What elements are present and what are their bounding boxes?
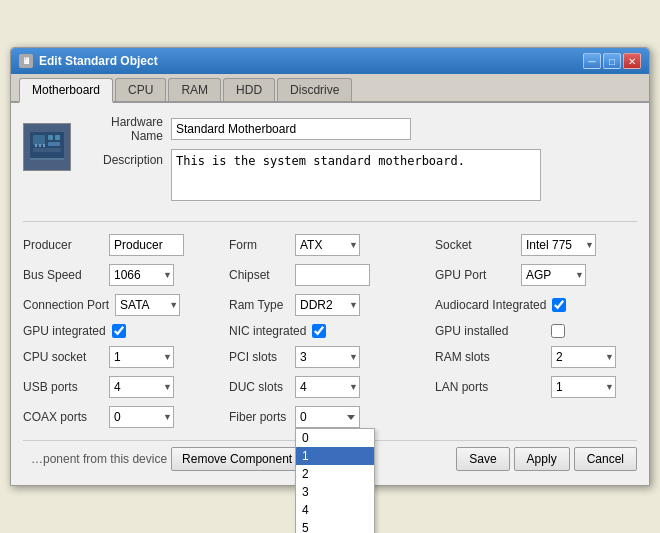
empty-cell bbox=[435, 406, 637, 428]
section-divider bbox=[23, 221, 637, 222]
gpu-integrated-cell: GPU integrated bbox=[23, 324, 225, 338]
svg-rect-3 bbox=[55, 135, 60, 140]
coax-ports-label: COAX ports bbox=[23, 410, 103, 424]
duc-slots-label: DUC slots bbox=[229, 380, 289, 394]
tab-motherboard[interactable]: Motherboard bbox=[19, 78, 113, 103]
close-button[interactable]: ✕ bbox=[623, 53, 641, 69]
fiber-option-1[interactable]: 1 bbox=[296, 447, 374, 465]
cancel-button[interactable]: Cancel bbox=[574, 447, 637, 471]
hardware-name-input[interactable] bbox=[171, 118, 411, 140]
gpu-port-cell: GPU Port AGP PCIe PCI ▼ bbox=[435, 264, 637, 286]
description-input[interactable]: This is the system standard motherboard. bbox=[171, 149, 541, 201]
form-select-wrapper: ATX mATX ITX ▼ bbox=[295, 234, 360, 256]
fiber-option-2[interactable]: 2 bbox=[296, 465, 374, 483]
fiber-option-3[interactable]: 3 bbox=[296, 483, 374, 501]
pci-slots-cell: PCI slots 1 2 3 4 ▼ bbox=[229, 346, 431, 368]
connection-port-cell: Connection Port SATA IDE NVMe ▼ bbox=[23, 294, 225, 316]
lan-ports-cell: LAN ports 1 2 4 ▼ bbox=[435, 376, 637, 398]
lan-ports-select[interactable]: 1 2 4 bbox=[551, 376, 616, 398]
tab-hdd[interactable]: HDD bbox=[223, 78, 275, 101]
hardware-name-label: Hardware Name bbox=[81, 115, 171, 143]
svg-rect-1 bbox=[33, 135, 45, 145]
socket-select[interactable]: Intel 775 AM4 LGA1151 bbox=[521, 234, 596, 256]
fiber-dropdown-arrow bbox=[347, 415, 355, 420]
fiber-option-5[interactable]: 5 bbox=[296, 519, 374, 533]
nic-checkbox[interactable] bbox=[312, 324, 326, 338]
action-buttons: Save Apply Cancel bbox=[456, 447, 637, 471]
lan-ports-label: LAN ports bbox=[435, 380, 545, 394]
title-bar: 🖥 Edit Standard Object ─ □ ✕ bbox=[11, 48, 649, 74]
cpu-socket-cell: CPU socket 1 2 4 ▼ bbox=[23, 346, 225, 368]
connection-port-select-wrapper: SATA IDE NVMe ▼ bbox=[115, 294, 180, 316]
svg-rect-5 bbox=[35, 144, 37, 147]
tab-cpu[interactable]: CPU bbox=[115, 78, 166, 101]
cpu-socket-select[interactable]: 1 2 4 bbox=[109, 346, 174, 368]
fiber-option-0[interactable]: 0 bbox=[296, 429, 374, 447]
fiber-ports-label: Fiber ports bbox=[229, 410, 289, 424]
component-info-text: …ponent from this device bbox=[23, 452, 167, 466]
bus-speed-cell: Bus Speed 1066 800 1333 ▼ bbox=[23, 264, 225, 286]
bus-speed-label: Bus Speed bbox=[23, 268, 103, 282]
ram-slots-select[interactable]: 1 2 4 bbox=[551, 346, 616, 368]
bus-speed-select-wrapper: 1066 800 1333 ▼ bbox=[109, 264, 174, 286]
socket-cell: Socket Intel 775 AM4 LGA1151 ▼ bbox=[435, 234, 637, 256]
audiocard-cell: Audiocard Integrated bbox=[435, 294, 637, 316]
tab-bar: Motherboard CPU RAM HDD Discdrive bbox=[11, 74, 649, 103]
pci-slots-select[interactable]: 1 2 3 4 bbox=[295, 346, 360, 368]
ram-type-select[interactable]: DDR2 DDR3 DDR4 bbox=[295, 294, 360, 316]
form-select[interactable]: ATX mATX ITX bbox=[295, 234, 360, 256]
tab-ram[interactable]: RAM bbox=[168, 78, 221, 101]
chipset-cell: Chipset bbox=[229, 264, 431, 286]
ram-slots-label: RAM slots bbox=[435, 350, 545, 364]
remove-component-button[interactable]: Remove Component bbox=[171, 447, 303, 471]
description-row: Description This is the system standard … bbox=[81, 149, 637, 201]
gpu-installed-cell: GPU installed bbox=[435, 324, 637, 338]
fiber-ports-trigger[interactable]: 0 bbox=[295, 406, 360, 428]
bus-speed-select[interactable]: 1066 800 1333 bbox=[109, 264, 174, 286]
description-label: Description bbox=[81, 153, 171, 167]
svg-rect-6 bbox=[39, 144, 41, 147]
producer-input[interactable] bbox=[109, 234, 184, 256]
coax-ports-cell: COAX ports 0 1 2 ▼ bbox=[23, 406, 225, 428]
maximize-button[interactable]: □ bbox=[603, 53, 621, 69]
form-label: Form bbox=[229, 238, 289, 252]
gpu-integrated-label: GPU integrated bbox=[23, 324, 106, 338]
form-cell: Form ATX mATX ITX ▼ bbox=[229, 234, 431, 256]
apply-button[interactable]: Apply bbox=[514, 447, 570, 471]
ram-type-select-wrapper: DDR2 DDR3 DDR4 ▼ bbox=[295, 294, 360, 316]
gpu-installed-checkbox[interactable] bbox=[551, 324, 565, 338]
fiber-option-4[interactable]: 4 bbox=[296, 501, 374, 519]
fiber-ports-cell: Fiber ports 0 0 1 2 3 4 5 6 bbox=[229, 406, 431, 428]
audiocard-label: Audiocard Integrated bbox=[435, 298, 546, 312]
duc-slots-select[interactable]: 2 4 6 bbox=[295, 376, 360, 398]
hardware-name-row: Hardware Name bbox=[81, 115, 637, 143]
header-fields: Hardware Name Description This is the sy… bbox=[81, 115, 637, 207]
connection-port-label: Connection Port bbox=[23, 298, 109, 312]
ram-type-cell: Ram Type DDR2 DDR3 DDR4 ▼ bbox=[229, 294, 431, 316]
hardware-icon bbox=[23, 123, 71, 171]
connection-port-select[interactable]: SATA IDE NVMe bbox=[115, 294, 180, 316]
coax-ports-select[interactable]: 0 1 2 bbox=[109, 406, 174, 428]
main-window: 🖥 Edit Standard Object ─ □ ✕ Motherboard… bbox=[10, 47, 650, 486]
socket-label: Socket bbox=[435, 238, 515, 252]
usb-ports-label: USB ports bbox=[23, 380, 103, 394]
coax-ports-select-wrapper: 0 1 2 ▼ bbox=[109, 406, 174, 428]
chipset-input[interactable] bbox=[295, 264, 370, 286]
ram-slots-select-wrapper: 1 2 4 ▼ bbox=[551, 346, 616, 368]
window-title: Edit Standard Object bbox=[39, 54, 158, 68]
fiber-dropdown-container: 0 0 1 2 3 4 5 6 bbox=[295, 406, 360, 428]
gpu-integrated-checkbox[interactable] bbox=[112, 324, 126, 338]
usb-ports-select[interactable]: 2 4 6 bbox=[109, 376, 174, 398]
save-button[interactable]: Save bbox=[456, 447, 509, 471]
cpu-socket-select-wrapper: 1 2 4 ▼ bbox=[109, 346, 174, 368]
duc-slots-cell: DUC slots 2 4 6 ▼ bbox=[229, 376, 431, 398]
svg-rect-7 bbox=[43, 144, 45, 147]
audiocard-checkbox[interactable] bbox=[552, 298, 566, 312]
tab-discdrive[interactable]: Discdrive bbox=[277, 78, 352, 101]
usb-ports-cell: USB ports 2 4 6 ▼ bbox=[23, 376, 225, 398]
nic-label: NIC integrated bbox=[229, 324, 306, 338]
svg-rect-2 bbox=[48, 135, 53, 140]
minimize-button[interactable]: ─ bbox=[583, 53, 601, 69]
gpu-port-select[interactable]: AGP PCIe PCI bbox=[521, 264, 586, 286]
svg-rect-8 bbox=[48, 142, 60, 146]
